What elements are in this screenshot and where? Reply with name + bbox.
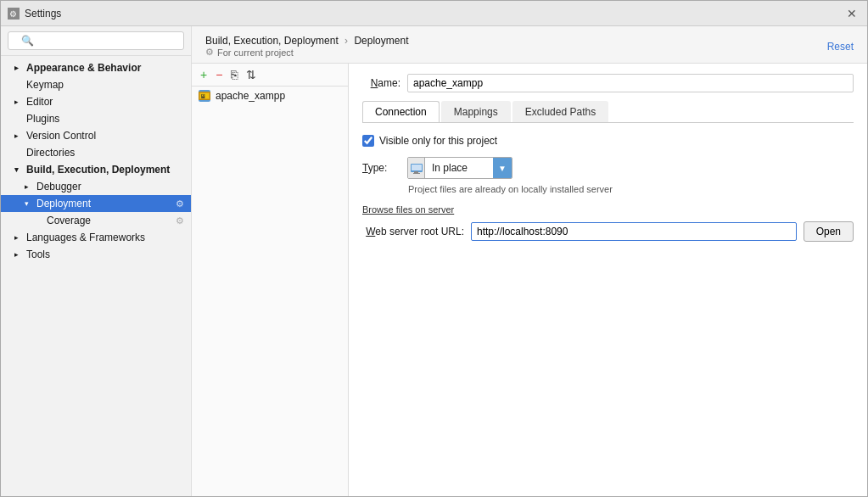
settings-window: ⚙ Settings ✕ ▸ Appearance & Behavior Key… xyxy=(0,0,868,497)
tab-connection[interactable]: Connection xyxy=(362,101,440,122)
browse-label: Browse files on server xyxy=(362,204,854,215)
sidebar-item-appearance[interactable]: ▸ Appearance & Behavior xyxy=(1,59,191,76)
reset-button[interactable]: Reset xyxy=(827,41,854,53)
tree-nav: ▸ Appearance & Behavior Keymap ▸ Editor … xyxy=(1,56,191,496)
copy-server-button[interactable]: ⎘ xyxy=(227,67,241,82)
sidebar-item-label: Deployment xyxy=(36,198,91,209)
visible-checkbox[interactable] xyxy=(362,135,374,147)
svg-text:⚙: ⚙ xyxy=(9,9,17,19)
expand-icon: ▾ xyxy=(14,165,23,174)
type-icon xyxy=(408,158,425,178)
server-name: apache_xampp xyxy=(216,90,285,102)
sidebar-item-label: Coverage xyxy=(47,215,91,226)
expand-icon: ▸ xyxy=(14,233,23,242)
sidebar-item-label: Build, Execution, Deployment xyxy=(26,164,170,176)
sidebar-item-keymap[interactable]: Keymap xyxy=(1,76,191,93)
sidebar-item-deployment[interactable]: ▾ Deployment ⚙ xyxy=(1,195,191,212)
right-panel: Build, Execution, Deployment › Deploymen… xyxy=(192,26,867,496)
sidebar-item-directories[interactable]: Directories xyxy=(1,144,191,161)
sidebar-item-coverage[interactable]: Coverage ⚙ xyxy=(1,212,191,229)
panel-header: Build, Execution, Deployment › Deploymen… xyxy=(192,26,867,64)
name-input[interactable] xyxy=(407,74,854,92)
open-button[interactable]: Open xyxy=(804,221,854,242)
server-list-panel: + − ⎘ ⇅ 🖥 xyxy=(192,64,349,496)
expand-icon: ▾ xyxy=(25,199,33,208)
url-label: Web server root URL: xyxy=(362,226,464,237)
search-input[interactable] xyxy=(8,31,184,50)
server-icon: 🖥 xyxy=(199,90,210,102)
svg-rect-7 xyxy=(412,165,422,170)
type-row: Type: In plac xyxy=(362,157,854,179)
gear-icon: ⚙ xyxy=(205,47,214,58)
config-icon: ⚙ xyxy=(176,198,184,209)
server-toolbar: + − ⎘ ⇅ xyxy=(192,64,348,87)
svg-rect-9 xyxy=(413,173,420,174)
type-select-text: In place xyxy=(425,159,493,176)
sidebar-item-version-control[interactable]: ▸ Version Control xyxy=(1,127,191,144)
sidebar-item-label: Appearance & Behavior xyxy=(26,62,141,74)
sidebar-item-build[interactable]: ▾ Build, Execution, Deployment xyxy=(1,161,191,178)
left-panel: ▸ Appearance & Behavior Keymap ▸ Editor … xyxy=(1,26,192,496)
main-content: ▸ Appearance & Behavior Keymap ▸ Editor … xyxy=(1,26,867,496)
sidebar-item-label: Version Control xyxy=(26,130,96,142)
name-label: Name: xyxy=(362,77,400,89)
sidebar-item-label: Languages & Frameworks xyxy=(26,232,145,243)
move-server-button[interactable]: ⇅ xyxy=(243,67,260,82)
breadcrumb-current: Deployment xyxy=(354,35,408,47)
tabs: Connection Mappings Excluded Paths xyxy=(362,101,854,123)
sidebar-item-tools[interactable]: ▸ Tools xyxy=(1,246,191,263)
tab-excluded-paths[interactable]: Excluded Paths xyxy=(512,101,608,122)
remove-server-button[interactable]: − xyxy=(212,67,226,82)
context-label: ⚙ For current project xyxy=(205,47,414,58)
sidebar-item-label: Directories xyxy=(26,147,75,159)
settings-icon: ⚙ xyxy=(8,8,20,20)
sidebar-item-label: Plugins xyxy=(26,113,59,125)
main-config: Name: Connection Mappings Excluded Paths xyxy=(349,64,867,496)
svg-text:🖥: 🖥 xyxy=(200,93,206,99)
sidebar-item-label: Tools xyxy=(26,248,50,260)
sidebar-item-plugins[interactable]: Plugins xyxy=(1,110,191,127)
config-icon-2: ⚙ xyxy=(176,215,184,226)
sidebar-item-editor[interactable]: ▸ Editor xyxy=(1,93,191,110)
connection-tab-content: Visible only for this project Type: xyxy=(362,131,854,252)
sidebar-item-label: Keymap xyxy=(26,79,64,91)
panel-body: + − ⎘ ⇅ 🖥 xyxy=(192,64,867,496)
sidebar-item-languages[interactable]: ▸ Languages & Frameworks xyxy=(1,229,191,246)
window-title: Settings xyxy=(25,8,61,20)
sidebar-item-label: Editor xyxy=(26,96,53,108)
expand-icon: ▸ xyxy=(25,182,33,191)
title-bar: ⚙ Settings ✕ xyxy=(1,1,867,26)
url-input[interactable] xyxy=(471,222,797,241)
search-bar xyxy=(1,26,191,56)
expand-icon: ▸ xyxy=(14,98,23,106)
type-dropdown-arrow[interactable]: ▼ xyxy=(493,158,512,178)
sidebar-item-debugger[interactable]: ▸ Debugger xyxy=(1,178,191,195)
visible-checkbox-label[interactable]: Visible only for this project xyxy=(379,135,497,147)
type-label: Type: xyxy=(362,162,400,174)
close-button[interactable]: ✕ xyxy=(843,6,860,21)
breadcrumb: Build, Execution, Deployment › Deploymen… xyxy=(205,35,414,58)
hint-text: Project files are already on locally ins… xyxy=(408,184,854,194)
add-server-button[interactable]: + xyxy=(197,67,210,82)
type-select[interactable]: In place ▼ xyxy=(407,157,512,179)
breadcrumb-path: Build, Execution, Deployment xyxy=(205,35,339,47)
visible-checkbox-row: Visible only for this project xyxy=(362,135,854,147)
server-list: 🖥 apache_xampp xyxy=(192,87,348,496)
sidebar-item-label: Debugger xyxy=(36,181,81,193)
expand-icon: ▸ xyxy=(14,131,23,140)
name-row: Name: xyxy=(362,74,854,92)
svg-rect-8 xyxy=(414,171,418,173)
expand-icon: ▸ xyxy=(14,64,23,72)
breadcrumb-arrow: › xyxy=(344,35,350,47)
tab-mappings[interactable]: Mappings xyxy=(441,101,511,122)
url-row: Web server root URL: Open xyxy=(362,221,854,242)
server-item[interactable]: 🖥 apache_xampp xyxy=(192,87,348,105)
expand-icon: ▸ xyxy=(14,250,23,259)
